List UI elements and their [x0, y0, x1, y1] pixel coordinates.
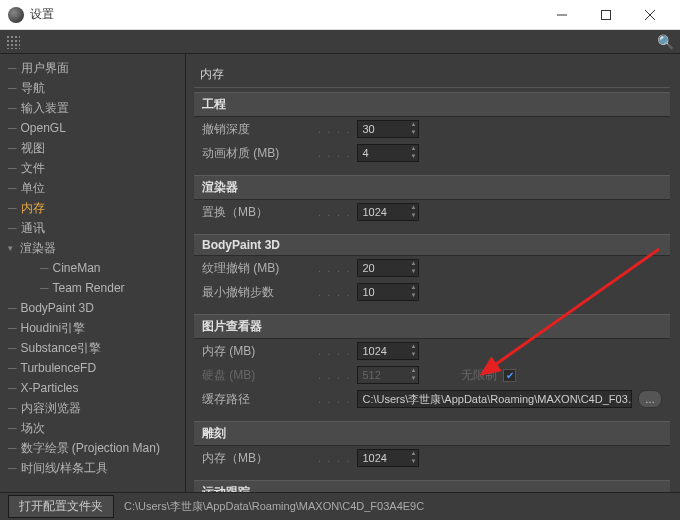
- sidebar-item-6[interactable]: ─单位: [0, 178, 185, 198]
- setting-label: 置换（MB）: [202, 204, 312, 221]
- spin-up-icon[interactable]: ▲: [408, 450, 418, 458]
- settings-window: 设置 🔍 ─用户界面─导航─输入装置─OpenGL─视图─文件─单位─内存─通讯…: [0, 0, 680, 520]
- tree-dash-icon: ─: [8, 81, 17, 95]
- sidebar-item-13[interactable]: ─Houdini引擎: [0, 318, 185, 338]
- sidebar-item-17[interactable]: ─内容浏览器: [0, 398, 185, 418]
- leader-dots: . . . .: [318, 207, 351, 218]
- setting-row: 动画材质 (MB) . . . . 4▲▼: [194, 141, 670, 165]
- sidebar-item-label: TurbulenceFD: [21, 361, 97, 375]
- leader-dots: . . . .: [318, 394, 351, 405]
- spinner[interactable]: ▲▼: [408, 260, 418, 276]
- spinner[interactable]: ▲▼: [408, 284, 418, 300]
- spin-down-icon[interactable]: ▼: [408, 153, 418, 161]
- sidebar-item-10[interactable]: ─CineMan: [0, 258, 185, 278]
- sidebar-item-16[interactable]: ─X-Particles: [0, 378, 185, 398]
- spin-down-icon[interactable]: ▼: [408, 129, 418, 137]
- titlebar: 设置: [0, 0, 680, 30]
- spinner[interactable]: ▲▼: [408, 343, 418, 359]
- group-header: BodyPaint 3D: [194, 234, 670, 256]
- sidebar-item-label: 输入装置: [21, 100, 69, 117]
- setting-row: 内存 (MB) . . . . 1024▲▼: [194, 339, 670, 363]
- sidebar-item-19[interactable]: ─数字绘景 (Projection Man): [0, 438, 185, 458]
- spin-up-icon[interactable]: ▲: [408, 145, 418, 153]
- sidebar-item-label: 内容浏览器: [21, 400, 81, 417]
- window-title: 设置: [30, 6, 540, 23]
- sidebar-item-label: 通讯: [21, 220, 45, 237]
- path-input[interactable]: C:\Users\李世康\AppData\Roaming\MAXON\C4D_F…: [357, 390, 632, 408]
- setting-label: 撤销深度: [202, 121, 312, 138]
- sidebar: ─用户界面─导航─输入装置─OpenGL─视图─文件─单位─内存─通讯▾渲染器─…: [0, 54, 186, 492]
- sidebar-item-label: Substance引擎: [21, 340, 102, 357]
- sidebar-item-3[interactable]: ─OpenGL: [0, 118, 185, 138]
- setting-label: 纹理撤销 (MB): [202, 260, 312, 277]
- tree-dash-icon: ─: [8, 321, 17, 335]
- toolbar: 🔍: [0, 30, 680, 54]
- tree-dash-icon: ─: [8, 181, 17, 195]
- sidebar-item-11[interactable]: ─Team Render: [0, 278, 185, 298]
- sidebar-item-12[interactable]: ─BodyPaint 3D: [0, 298, 185, 318]
- group-header: 工程: [194, 92, 670, 117]
- spin-up-icon[interactable]: ▲: [408, 367, 418, 375]
- spin-up-icon[interactable]: ▲: [408, 260, 418, 268]
- spin-down-icon[interactable]: ▼: [408, 212, 418, 220]
- sidebar-item-4[interactable]: ─视图: [0, 138, 185, 158]
- sidebar-item-label: 时间线/样条工具: [21, 460, 108, 477]
- sidebar-item-label: 导航: [21, 80, 45, 97]
- tree-dash-icon: ─: [40, 261, 49, 275]
- spin-down-icon[interactable]: ▼: [408, 375, 418, 383]
- tree-dash-icon: ─: [8, 401, 17, 415]
- spin-down-icon[interactable]: ▼: [408, 351, 418, 359]
- sidebar-item-8[interactable]: ─通讯: [0, 218, 185, 238]
- group-header: 图片查看器: [194, 314, 670, 339]
- spinner: ▲▼: [408, 367, 418, 383]
- sidebar-item-1[interactable]: ─导航: [0, 78, 185, 98]
- spin-up-icon[interactable]: ▲: [408, 121, 418, 129]
- app-icon: [8, 7, 24, 23]
- sidebar-item-5[interactable]: ─文件: [0, 158, 185, 178]
- browse-button[interactable]: …: [638, 390, 662, 408]
- spin-up-icon[interactable]: ▲: [408, 343, 418, 351]
- tree-dash-icon: ─: [8, 201, 17, 215]
- sidebar-item-9[interactable]: ▾渲染器: [0, 238, 185, 258]
- spin-down-icon[interactable]: ▼: [408, 292, 418, 300]
- sidebar-item-2[interactable]: ─输入装置: [0, 98, 185, 118]
- sidebar-item-0[interactable]: ─用户界面: [0, 58, 185, 78]
- group-header: 渲染器: [194, 175, 670, 200]
- open-config-folder-button[interactable]: 打开配置文件夹: [8, 495, 114, 518]
- leader-dots: . . . .: [318, 287, 351, 298]
- tree-dash-icon: ─: [8, 141, 17, 155]
- tree-dash-icon: ─: [8, 61, 17, 75]
- leader-dots: . . . .: [318, 346, 351, 357]
- group-1: 渲染器置换（MB） . . . . 1024▲▼: [194, 175, 670, 224]
- spinner[interactable]: ▲▼: [408, 121, 418, 137]
- spinner[interactable]: ▲▼: [408, 450, 418, 466]
- setting-label: 动画材质 (MB): [202, 145, 312, 162]
- unlimited-checkbox[interactable]: ✔: [503, 369, 516, 382]
- setting-row: 最小撤销步数 . . . . 10▲▼: [194, 280, 670, 304]
- tree-dash-icon: ─: [8, 441, 17, 455]
- group-0: 工程撤销深度 . . . . 30▲▼动画材质 (MB) . . . . 4▲▼: [194, 92, 670, 165]
- spin-up-icon[interactable]: ▲: [408, 284, 418, 292]
- sidebar-item-15[interactable]: ─TurbulenceFD: [0, 358, 185, 378]
- group-header: 运动跟踪: [194, 480, 670, 492]
- sidebar-item-7[interactable]: ─内存: [0, 198, 185, 218]
- sidebar-item-14[interactable]: ─Substance引擎: [0, 338, 185, 358]
- sidebar-item-20[interactable]: ─时间线/样条工具: [0, 458, 185, 478]
- tree-dash-icon: ─: [8, 221, 17, 235]
- sidebar-item-18[interactable]: ─场次: [0, 418, 185, 438]
- sidebar-item-label: Houdini引擎: [21, 320, 86, 337]
- spin-down-icon[interactable]: ▼: [408, 268, 418, 276]
- spinner[interactable]: ▲▼: [408, 145, 418, 161]
- tree-dash-icon: ─: [8, 381, 17, 395]
- spin-up-icon[interactable]: ▲: [408, 204, 418, 212]
- spinner[interactable]: ▲▼: [408, 204, 418, 220]
- spin-down-icon[interactable]: ▼: [408, 458, 418, 466]
- layout-icon[interactable]: [6, 35, 20, 49]
- setting-label: 最小撤销步数: [202, 284, 312, 301]
- close-button[interactable]: [628, 1, 672, 29]
- tree-toggle-icon[interactable]: ▾: [8, 243, 18, 253]
- setting-label: 硬盘 (MB): [202, 367, 312, 384]
- minimize-button[interactable]: [540, 1, 584, 29]
- search-icon[interactable]: 🔍: [657, 34, 674, 50]
- maximize-button[interactable]: [584, 1, 628, 29]
